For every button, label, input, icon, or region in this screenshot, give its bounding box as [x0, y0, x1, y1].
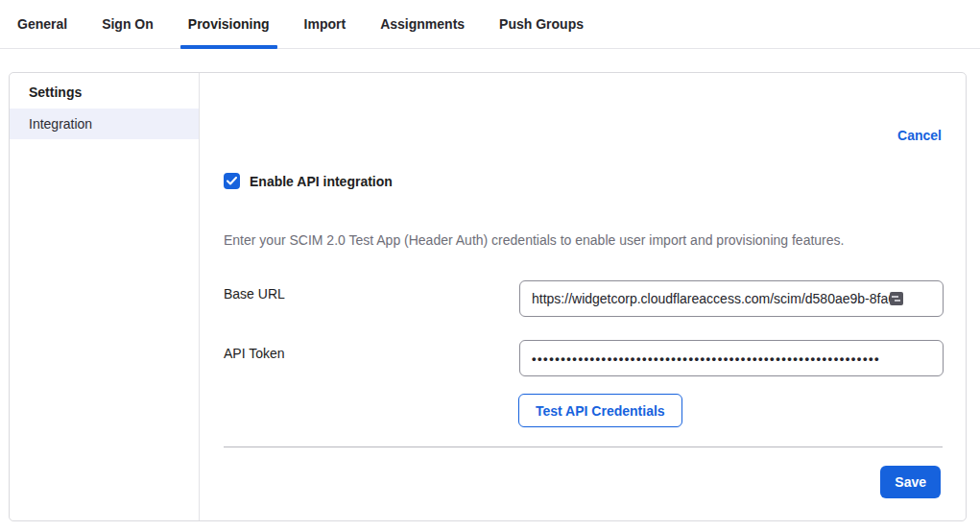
credentials-description: Enter your SCIM 2.0 Test App (Header Aut…	[224, 232, 943, 248]
enable-api-integration-label: Enable API integration	[250, 174, 393, 189]
input-overflow-icon	[890, 292, 903, 305]
api-token-label: API Token	[224, 346, 285, 361]
save-button[interactable]: Save	[880, 466, 941, 498]
base-url-label: Base URL	[224, 286, 285, 302]
base-url-input[interactable]: https://widgetcorp.cloudflareaccess.com/…	[519, 280, 944, 317]
tab-import[interactable]: Import	[297, 0, 354, 49]
api-token-masked-value: ••••••••••••••••••••••••••••••••••••••••…	[532, 351, 880, 366]
base-url-value: https://widgetcorp.cloudflareaccess.com/…	[532, 291, 896, 306]
enable-api-integration-checkbox[interactable]	[224, 173, 240, 189]
api-token-input[interactable]: ••••••••••••••••••••••••••••••••••••••••…	[519, 340, 944, 376]
test-api-credentials-button[interactable]: Test API Credentials	[518, 394, 682, 427]
footer-divider	[224, 447, 943, 447]
check-icon	[227, 177, 237, 185]
cancel-button[interactable]: Cancel	[897, 128, 942, 143]
sidebar-item-integration[interactable]: Integration	[10, 109, 199, 139]
tab-provisioning[interactable]: Provisioning	[180, 0, 277, 49]
sidebar-header: Settings	[10, 77, 199, 109]
tab-general[interactable]: General	[10, 0, 75, 49]
tab-sign-on[interactable]: Sign On	[94, 0, 161, 49]
provisioning-panel: Settings Integration Cancel Enable API i…	[9, 72, 967, 521]
tab-push-groups[interactable]: Push Groups	[491, 0, 591, 49]
tab-bar: General Sign On Provisioning Import Assi…	[0, 0, 980, 49]
enable-api-integration-row: Enable API integration	[224, 173, 393, 189]
settings-sidebar: Settings Integration	[10, 73, 200, 520]
integration-settings-form: Cancel Enable API integration Enter your…	[200, 73, 966, 520]
tab-assignments[interactable]: Assignments	[372, 0, 472, 49]
